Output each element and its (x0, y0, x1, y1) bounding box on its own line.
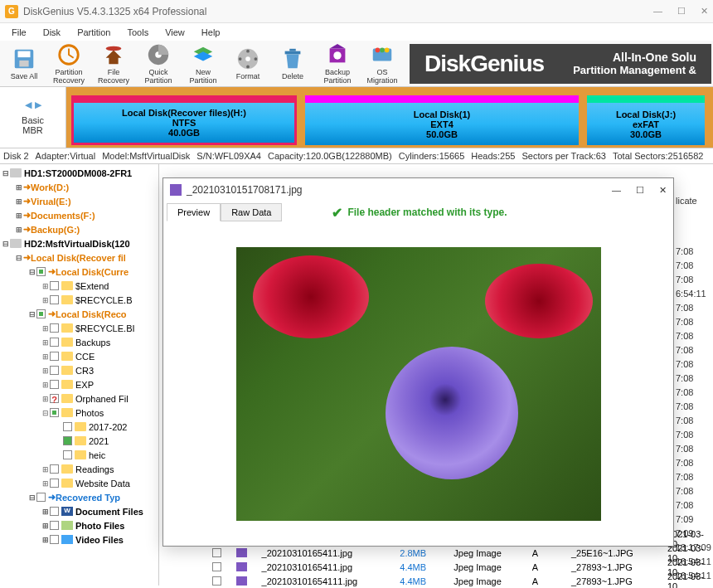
svg-point-19 (380, 48, 385, 53)
folder-icon (61, 338, 73, 347)
menu-disk[interactable]: Disk (35, 26, 69, 39)
preview-filename: _20210310151708171.jpg (187, 184, 302, 196)
header-match-status: File header matched with its type. (332, 205, 507, 221)
window-titlebar: G DiskGenius V5.4.3.1325 x64 Professiona… (0, 0, 713, 23)
preview-image-area (163, 223, 673, 545)
toolbar: Save All Partition Recovery File Recover… (0, 41, 713, 87)
prev-disk-button[interactable]: ◀ (25, 100, 32, 110)
svg-point-8 (245, 56, 250, 61)
preview-image (236, 247, 601, 521)
disk-icon (10, 239, 22, 248)
partition-map: ◀▶ Basic MBR Local Disk(Recover files)(H… (0, 87, 713, 148)
window-title: DiskGenius V5.4.3.1325 x64 Professional (23, 6, 206, 17)
menu-bar: File Disk Partition Tools View Help (0, 23, 713, 41)
arrow-icon: ➜ (23, 252, 31, 263)
partition-block-1[interactable]: Local Disk(1)EXT450.0GB (305, 95, 579, 145)
menu-file[interactable]: File (3, 26, 35, 39)
svg-point-9 (246, 50, 250, 53)
folder-icon (61, 366, 73, 375)
folder-icon (61, 479, 73, 488)
partition-block-h[interactable]: Local Disk(Recover files)(H:)NTFS40.0GB (71, 95, 297, 145)
file-recovery-button[interactable]: File Recovery (92, 41, 135, 86)
photo-icon (61, 521, 73, 530)
file-row[interactable]: _202103101654111.jpg4.4MBJpeg ImageA_278… (212, 574, 713, 588)
folder-icon (61, 394, 73, 403)
arrow-icon: ➜ (48, 492, 56, 503)
svg-rect-14 (289, 49, 296, 51)
arrow-icon: ➜ (23, 182, 31, 192)
folder-icon (61, 295, 73, 304)
tab-preview[interactable]: Preview (167, 203, 221, 221)
save-all-button[interactable]: Save All (2, 41, 46, 86)
menu-tools[interactable]: Tools (119, 26, 157, 39)
folder-icon (61, 281, 73, 290)
video-icon (61, 535, 73, 544)
minimize-button[interactable]: — (653, 6, 662, 17)
time-column: licate 7:087:087:086:54:117:087:087:087:… (676, 196, 713, 585)
svg-rect-13 (285, 51, 301, 55)
app-logo-icon: G (5, 5, 18, 18)
new-partition-button[interactable]: New Partition (182, 41, 225, 86)
svg-point-4 (106, 46, 122, 51)
file-row[interactable]: _20210310165411.jpg2.8MBJpeg ImageA_25E1… (212, 546, 713, 560)
preview-minimize-button[interactable]: — (612, 185, 621, 196)
arrow-icon: ➜ (48, 266, 56, 277)
preview-close-button[interactable]: ✕ (659, 185, 667, 196)
next-disk-button[interactable]: ▶ (35, 100, 41, 110)
svg-point-10 (255, 57, 258, 61)
svg-point-16 (333, 51, 341, 59)
menu-view[interactable]: View (157, 26, 193, 39)
disk-icon (10, 168, 22, 177)
svg-rect-1 (18, 51, 31, 58)
delete-button[interactable]: Delete (271, 41, 314, 86)
arrow-icon: ➜ (23, 224, 31, 235)
menu-help[interactable]: Help (193, 26, 229, 39)
arrow-icon: ➜ (48, 309, 56, 319)
svg-point-18 (376, 48, 381, 53)
format-button[interactable]: Format (226, 41, 269, 86)
folder-icon (75, 422, 86, 431)
folder-icon (61, 323, 73, 333)
preview-maximize-button[interactable]: ☐ (636, 185, 644, 196)
brand-banner: DiskGenius All-In-One SoluPartition Mana… (410, 44, 711, 84)
folder-icon (75, 450, 86, 459)
quick-partition-button[interactable]: Quick Partition (137, 41, 180, 86)
svg-rect-2 (19, 61, 28, 67)
arrow-icon: ➜ (23, 210, 31, 221)
disk-nav: ◀▶ Basic MBR (0, 87, 66, 148)
arrow-icon: ➜ (23, 196, 31, 207)
partition-recovery-button[interactable]: Partition Recovery (47, 41, 90, 86)
os-migration-button[interactable]: OS Migration (361, 41, 404, 86)
folder-icon (61, 408, 73, 417)
svg-point-12 (239, 57, 242, 61)
tab-raw-data[interactable]: Raw Data (221, 203, 282, 221)
backup-partition-button[interactable]: Backup Partition (316, 41, 359, 86)
word-icon: W (61, 507, 73, 516)
menu-partition[interactable]: Partition (69, 26, 119, 39)
partition-block-j[interactable]: Local Disk(J:)exFAT30.0GB (587, 95, 705, 145)
image-file-icon (170, 184, 182, 196)
directory-tree[interactable]: ⊟HD1:ST2000DM008-2FR1 ⊞➜ Work(D:) ⊞➜ Vir… (0, 164, 159, 586)
folder-icon (61, 352, 73, 361)
folder-icon (75, 436, 86, 445)
maximize-button[interactable]: ☐ (677, 6, 686, 17)
svg-point-20 (385, 48, 390, 53)
folder-icon (61, 464, 73, 474)
disk-status-bar: Disk 2Adapter:VirtualModel:MsftVirtualDi… (0, 148, 713, 164)
preview-titlebar[interactable]: _20210310151708171.jpg — ☐ ✕ (163, 178, 673, 202)
close-button[interactable]: ✕ (701, 6, 708, 17)
svg-point-11 (246, 66, 250, 69)
folder-icon (61, 380, 73, 389)
file-row[interactable]: _20210310165411.jpg4.4MBJpeg ImageA_2789… (212, 560, 713, 574)
preview-window: _20210310151708171.jpg — ☐ ✕ Preview Raw… (162, 177, 674, 547)
